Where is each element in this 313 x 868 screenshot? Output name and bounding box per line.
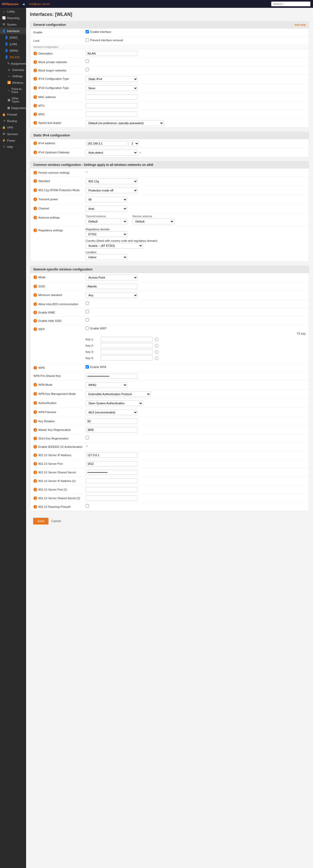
sidebar-item-power[interactable]: ⚡ Power (0, 137, 26, 144)
wpa-mode-help-icon[interactable]: i (33, 383, 37, 386)
enable-checkbox[interactable] (86, 30, 89, 33)
block-private-help-icon[interactable]: i (33, 60, 37, 64)
location-select[interactable]: Indoor (86, 254, 127, 260)
intra-bss-help-icon[interactable]: i (33, 302, 37, 306)
search-input[interactable] (271, 2, 310, 6)
wpa-key-mgmt-help-icon[interactable]: i (33, 392, 37, 396)
sidebar-item-lobby[interactable]: ⌂ Lobby (0, 8, 26, 14)
ipv6-config-select[interactable]: None (86, 85, 138, 91)
speed-duplex-help-icon[interactable]: i (33, 121, 37, 125)
ssid-input[interactable] (86, 284, 138, 289)
roaming-help-icon[interactable]: i (33, 505, 37, 508)
block-bogon-help-icon[interactable]: i (33, 69, 37, 72)
shared-secret-help-icon[interactable]: i (33, 470, 37, 474)
wep-help-icon[interactable]: i (33, 327, 37, 331)
wpa-pairwise-select[interactable]: AES (recommended) (86, 409, 138, 415)
sidebar-item-firewall[interactable]: 🔥 Firewall (0, 111, 26, 118)
server-port-input[interactable] (86, 461, 138, 466)
min-standard-select[interactable]: Any (86, 292, 138, 298)
shared-secret-input[interactable] (86, 470, 138, 475)
sidebar-item-ptp[interactable]: ↔ Point-to-Point (0, 86, 26, 95)
intra-bss-checkbox[interactable] (86, 302, 89, 305)
sidebar-item-wlan[interactable]: 👤 [WLAN] (0, 54, 26, 60)
key1-input[interactable] (101, 337, 153, 342)
sidebar-toggle[interactable]: ◀ (22, 2, 25, 6)
server-port2-input[interactable] (86, 487, 138, 492)
wpa-mode-select[interactable]: WPA2 (86, 382, 127, 388)
shared-secret2-help-icon[interactable]: i (33, 496, 37, 500)
description-help-icon[interactable]: i (33, 52, 37, 55)
sidebar-item-dmz[interactable]: 👤 [DMZ] (0, 34, 26, 41)
key-rotation-help-icon[interactable]: i (33, 420, 37, 423)
add-gateway-button[interactable]: + (139, 151, 141, 155)
mode-help-icon[interactable]: i (33, 275, 37, 279)
key2-tx-radio[interactable] (155, 344, 158, 347)
sidebar-item-reporting[interactable]: 📈 Reporting (0, 14, 26, 21)
sidebar-item-assignments[interactable]: ✎ Assignments (0, 60, 26, 67)
standard-help-icon[interactable]: i (33, 179, 37, 183)
strict-key-help-icon[interactable]: i (33, 437, 37, 440)
ipv4-config-help-icon[interactable]: i (33, 77, 37, 81)
persist-help-icon[interactable]: i (33, 171, 37, 175)
antenna-help-icon[interactable]: i (33, 216, 37, 219)
shared-secret2-input[interactable] (86, 496, 138, 501)
ipv4-config-select[interactable]: Static IPv4 (86, 76, 138, 82)
sidebar-item-overview[interactable]: ≡ Overview (0, 67, 26, 73)
key3-input[interactable] (101, 349, 153, 354)
ipv4-subnet-select[interactable]: 24 (129, 141, 139, 146)
lock-checkbox[interactable] (86, 38, 89, 42)
sidebar-item-help[interactable]: ? Help (0, 144, 26, 150)
sidebar-item-other-types[interactable]: ▦ Other Types (0, 95, 26, 104)
min-standard-help-icon[interactable]: i (33, 293, 37, 297)
server-ip2-help-icon[interactable]: i (33, 479, 37, 483)
save-button[interactable]: Save (33, 518, 49, 525)
sidebar-item-settings[interactable]: ↔ Settings (0, 73, 26, 79)
transmit-power-help-icon[interactable]: i (33, 197, 37, 201)
master-key-help-icon[interactable]: i (33, 428, 37, 432)
ipv4-upstream-help-icon[interactable]: i (33, 151, 37, 154)
sidebar-item-lan[interactable]: 👤 [LAN] (0, 41, 26, 47)
block-private-checkbox[interactable] (86, 59, 89, 63)
ipv4-address-input[interactable] (86, 141, 127, 146)
mss-input[interactable] (86, 112, 138, 117)
authentication-help-icon[interactable]: i (33, 401, 37, 405)
reg-domain-select[interactable]: ETSI2 (86, 231, 127, 237)
block-bogon-checkbox[interactable] (86, 68, 89, 71)
mtu-input[interactable] (86, 103, 138, 108)
channel-select[interactable]: Auto (86, 206, 127, 212)
key3-tx-radio[interactable] (155, 350, 158, 354)
server-port-help-icon[interactable]: i (33, 462, 37, 466)
ipv4-address-help-icon[interactable]: i (33, 142, 37, 145)
server-port2-help-icon[interactable]: i (33, 488, 37, 491)
sidebar-item-interfaces[interactable]: 👤 Interfaces (0, 28, 26, 34)
full-help-link[interactable]: full help (295, 23, 306, 26)
wpa-preshared-input[interactable] (86, 373, 138, 379)
speed-duplex-select[interactable]: Default (no preference, typically autose… (86, 120, 164, 126)
sidebar-item-wan[interactable]: 👤 [WAN] (0, 47, 26, 54)
server-ip-input[interactable] (86, 453, 138, 458)
enable-wme-help-icon[interactable]: i (33, 311, 37, 314)
key1-tx-radio[interactable] (155, 338, 158, 341)
regulatory-help-icon[interactable]: i (33, 228, 37, 232)
mode-select[interactable]: Access Point (86, 275, 138, 280)
sidebar-item-wireless[interactable]: 📶 Wireless (0, 79, 26, 86)
server-ip-help-icon[interactable]: i (33, 453, 37, 457)
sidebar-item-system[interactable]: ⚙ System (0, 21, 26, 28)
sidebar-item-services[interactable]: ⚙ Services (0, 131, 26, 137)
key2-input[interactable] (101, 343, 153, 348)
description-input[interactable] (86, 51, 138, 56)
enable-wme-checkbox[interactable] (86, 310, 89, 313)
mss-help-icon[interactable]: i (33, 113, 37, 116)
transmit-power-select[interactable]: 99 (86, 197, 127, 203)
cancel-button[interactable]: Cancel (51, 519, 61, 523)
transmit-antenna-select[interactable]: Default (86, 219, 127, 224)
sidebar-item-diagnostics[interactable]: ▦ Diagnostics (0, 104, 26, 111)
key4-input[interactable] (101, 355, 153, 361)
country-select[interactable]: Austria -- (AT ETSI2) (86, 243, 143, 249)
key4-tx-radio[interactable] (155, 356, 158, 360)
master-key-input[interactable] (86, 427, 138, 432)
sidebar-item-vpn[interactable]: 🔒 VPN (0, 124, 26, 131)
mtu-help-icon[interactable]: i (33, 104, 37, 107)
mac-input[interactable] (86, 94, 138, 100)
wpa-pairwise-help-icon[interactable]: i (33, 410, 37, 414)
